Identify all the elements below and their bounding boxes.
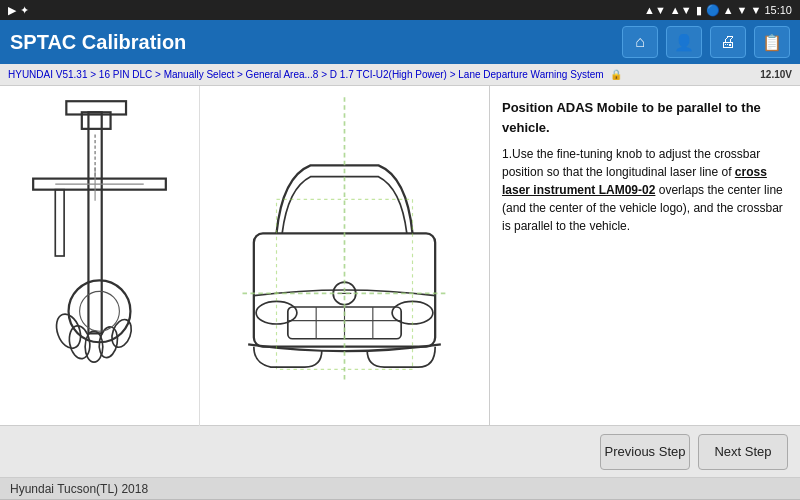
svg-point-9 [80, 291, 120, 331]
instructions-panel: Position ADAS Mobile to be parallel to t… [490, 86, 800, 426]
home-button[interactable]: ⌂ [622, 26, 658, 58]
print-button[interactable]: 🖨 [710, 26, 746, 58]
header: SPTAC Calibration ⌂ 👤 🖨 📋 [0, 20, 800, 64]
app-title: SPTAC Calibration [10, 31, 186, 54]
print-icon: 🖨 [720, 33, 736, 51]
header-actions: ⌂ 👤 🖨 📋 [622, 26, 790, 58]
instruction-body: 1.Use the fine-tuning knob to adjust the… [502, 145, 788, 235]
voltage-reading: 12.10V [760, 69, 792, 80]
user-icon: 👤 [674, 33, 694, 52]
button-bar: Previous Step Next Step [0, 426, 800, 478]
share-icon: 📋 [762, 33, 782, 52]
signal-icon: ▲▼ [644, 4, 666, 16]
android-icon: ▶ [8, 4, 16, 17]
main-content: Position ADAS Mobile to be parallel to t… [0, 86, 800, 426]
bt-icon: ✦ [20, 4, 29, 17]
diagram-area [0, 86, 490, 426]
car-svg [200, 86, 489, 426]
tool-diagram [0, 86, 200, 426]
breadcrumb-text: HYUNDAI V51.31 > 16 PIN DLC > Manually S… [8, 69, 604, 80]
status-left-icons: ▶ ✦ [8, 4, 29, 17]
instruction-title: Position ADAS Mobile to be parallel to t… [502, 98, 788, 137]
status-right-icons: ▲▼ ▲▼ ▮ 🔵 ▲ ▼ ▼ 15:10 [644, 4, 792, 17]
home-icon: ⌂ [635, 33, 645, 51]
wifi-icon: ▲▼ [670, 4, 692, 16]
previous-step-button[interactable]: Previous Step [600, 434, 690, 470]
next-step-button[interactable]: Next Step [698, 434, 788, 470]
footer: Hyundai Tucson(TL) 2018 [0, 478, 800, 500]
breadcrumb: HYUNDAI V51.31 > 16 PIN DLC > Manually S… [0, 64, 800, 86]
svg-rect-2 [55, 190, 64, 256]
share-button[interactable]: 📋 [754, 26, 790, 58]
clock: 🔵 ▲ ▼ ▼ 15:10 [706, 4, 792, 17]
status-bar: ▶ ✦ ▲▼ ▲▼ ▮ 🔵 ▲ ▼ ▼ 15:10 [0, 0, 800, 20]
user-button[interactable]: 👤 [666, 26, 702, 58]
vehicle-name: Hyundai Tucson(TL) 2018 [10, 482, 148, 496]
car-diagram [200, 86, 489, 426]
battery-icon: ▮ [696, 4, 702, 17]
lock-icon: 🔒 [610, 69, 622, 80]
instruction-body-start: 1.Use the fine-tuning knob to adjust the… [502, 147, 760, 179]
tool-svg [0, 86, 199, 426]
